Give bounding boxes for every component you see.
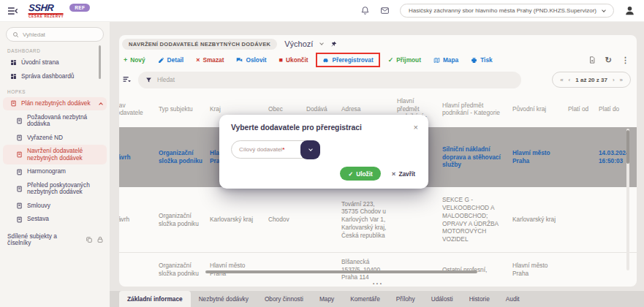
col-adresa[interactable]: Adresa (341, 105, 390, 113)
logo-subtext: ČESKÉ REZERVY (29, 15, 64, 19)
book-icon (16, 169, 23, 175)
printer-icon (471, 57, 477, 64)
view-selector[interactable]: Výchozí (284, 39, 313, 48)
page-title: NAVRŽENÍ DODAVATELÉ NEZBYTNÝCH DODÁVEK (122, 39, 277, 50)
x-icon: × (196, 57, 200, 64)
plus-icon: + (124, 57, 127, 64)
col-dodava[interactable]: Dodává (306, 105, 334, 113)
organization-name: Hasičský záchranný sbor hlavního města P… (409, 7, 596, 14)
user-avatar[interactable] (624, 5, 635, 16)
select-dropdown-button[interactable] (300, 140, 320, 159)
column-settings-icon[interactable] (122, 75, 132, 85)
horizontal-scrollbar[interactable] (205, 270, 477, 273)
target-supplier-select[interactable]: Cílový dodavatel* (231, 140, 320, 159)
sidebar-item-sprava-dashboardu[interactable]: Správa dashboardů (3, 70, 107, 83)
tab-audit[interactable]: Audit (498, 291, 528, 307)
col-puvodni-kraj[interactable]: Původní kraj (512, 105, 561, 113)
top-bar: SSHR ČESKÉ REZERVY REF Hasičský záchrann… (0, 0, 644, 22)
export-excel-icon[interactable] (588, 56, 596, 64)
topbar-actions: Hasičský záchranný sbor hlavního města P… (360, 4, 635, 18)
search-icon (12, 31, 19, 38)
reregister-button[interactable]: Přeregistrovat (322, 56, 373, 64)
more-rows-indicator: ... (119, 278, 637, 286)
chevron-down-icon (308, 147, 313, 151)
pin-icon[interactable] (330, 41, 337, 48)
sidebar-item-smlouvy[interactable]: Smlouvy (3, 200, 107, 213)
sidebar-item-sestava[interactable]: Sestava (3, 213, 107, 226)
sidebar-item-sdilene-subjekty[interactable]: Sdílené subjekty a číselníky (0, 229, 110, 250)
table-row[interactable]: Návrh Organizační složka podniku Karlova… (119, 187, 637, 253)
accept-button[interactable]: ✓Přijmout (388, 56, 421, 64)
close-icon[interactable]: × (414, 124, 418, 132)
col-plati-do[interactable]: Platí do (599, 105, 637, 113)
delete-button[interactable]: ×Smazat (196, 56, 224, 64)
sidebar-item-harmonogram[interactable]: Harmonogram (3, 165, 107, 178)
logo-text: SSHR (28, 3, 64, 15)
chat-icon (236, 57, 243, 64)
col-plati-od[interactable]: Platí od (568, 105, 591, 113)
tab-komentare[interactable]: Komentáře (342, 291, 388, 307)
col-obec[interactable]: Obec (268, 105, 299, 113)
collapse-sidebar-icon[interactable] (7, 6, 18, 16)
next-page-button[interactable]: › (613, 77, 615, 83)
book-icon (16, 134, 23, 141)
form-icon (16, 118, 23, 124)
first-page-button[interactable]: « (560, 77, 563, 83)
refresh-icon[interactable]: ↻ (605, 56, 612, 64)
copy-icon[interactable] (86, 236, 93, 243)
tab-zakladni-informace[interactable]: Základní informace (119, 291, 191, 307)
sidebar-item-uvodni-strana[interactable]: Úvodní strana (3, 56, 107, 69)
sidebar-search[interactable] (6, 27, 104, 42)
map-button[interactable]: Mapa (433, 56, 458, 64)
table-search[interactable] (138, 72, 521, 88)
select-placeholder: Cílový dodavatel* (232, 146, 284, 153)
tab-obory-cinnosti[interactable]: Obory činnosti (257, 291, 311, 307)
book-icon (16, 216, 23, 223)
sidebar-scrollbar[interactable] (99, 45, 101, 79)
toolbar-right: ↻ ⋮ (588, 56, 629, 64)
sidebar-item-vyrazene-nd[interactable]: Vyřazené ND (3, 132, 107, 145)
col-kraj[interactable]: Kraj (210, 105, 261, 113)
save-button[interactable]: ✓Uložit (340, 167, 381, 181)
section-dashboard: DASHBOARD (7, 48, 110, 53)
book-icon (16, 186, 23, 192)
table-search-input[interactable] (157, 76, 471, 83)
bell-icon[interactable] (360, 6, 370, 15)
sidebar-item-pozadovana-nezbytna-dodavka[interactable]: Požadovaná nezbytná dodávka (3, 111, 107, 131)
tab-udalosti[interactable]: Události (423, 291, 461, 307)
contact-button[interactable]: Oslovit (236, 56, 266, 64)
dialog-title: Vyberte dodavatele pro přeregistraci (231, 124, 362, 132)
sidebar-item-navrzeni-dodavatele[interactable]: Navržení dodavatelé nezbytných dodávek (3, 145, 107, 164)
lock-icon[interactable] (96, 236, 104, 243)
tab-historie[interactable]: Historie (461, 291, 498, 307)
tab-nezbytne-dodavky[interactable]: Nezbytné dodávky (191, 291, 257, 307)
book-icon (10, 100, 17, 107)
prev-page-button[interactable]: ‹ (569, 77, 571, 83)
tab-mapy[interactable]: Mapy (311, 291, 342, 307)
cancel-button[interactable]: ×Zavřít (392, 170, 415, 178)
new-button[interactable]: +Nový (124, 56, 145, 64)
organization-selector[interactable]: Hasičský záchranný sbor hlavního města P… (400, 4, 614, 18)
sidebar-item-prehled-poskytovanych[interactable]: Přehled poskytovaných nezbytných dodávek (3, 179, 107, 199)
chevron-down-icon[interactable] (319, 41, 324, 45)
tab-prilohy[interactable]: Přílohy (388, 291, 423, 307)
title-row: NAVRŽENÍ DODAVATELÉ NEZBYTNÝCH DODÁVEK V… (119, 35, 637, 50)
print-button[interactable]: Tisk (471, 56, 492, 64)
col-typ-subjektu[interactable]: Typ subjektu (159, 105, 202, 113)
sidebar-search-input[interactable] (23, 31, 81, 38)
col-hlavni-predmet-kategorie[interactable]: Hlavní předmět podnikání - Kategorie (442, 102, 505, 117)
vertical-scrollbar-thumb[interactable] (626, 130, 629, 164)
detail-tab-bar: Základní informace Nezbytné dodávky Obor… (110, 291, 644, 307)
terminate-button[interactable]: ■Ukončit (279, 56, 308, 64)
dialog-footer: ✓Uložit ×Zavřít (219, 159, 428, 181)
book-icon (16, 202, 23, 209)
detail-button[interactable]: Detail (158, 56, 184, 64)
toolbar: +Nový Detail ×Smazat Oslovit ■Ukončit Př… (119, 50, 637, 69)
kebab-menu-icon[interactable]: ⋮ (621, 56, 629, 64)
last-page-button[interactable]: » (620, 77, 623, 83)
col-stav-dodavatele[interactable]: Stav dodavatele (119, 102, 151, 117)
pagination: « ‹ 1 až 20 z 37 › » (552, 72, 631, 88)
stop-icon: ■ (279, 57, 283, 64)
sidebar-item-plan-nezbytnych-dodavek[interactable]: Plán nezbytných dodávek (3, 97, 107, 110)
envelope-icon[interactable] (380, 6, 390, 15)
